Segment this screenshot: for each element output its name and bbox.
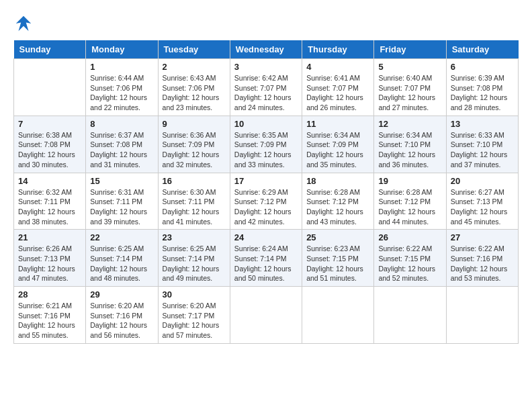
day-number: 10 [234, 119, 298, 129]
day-number: 24 [234, 232, 298, 242]
day-number: 20 [451, 176, 514, 186]
day-number: 14 [18, 176, 81, 186]
calendar-cell: 9Sunrise: 6:36 AMSunset: 7:09 PMDaylight… [158, 116, 230, 173]
calendar-cell: 22Sunrise: 6:25 AMSunset: 7:14 PMDayligh… [86, 230, 158, 287]
weekday-header: Friday [374, 40, 446, 59]
calendar-week-row: 14Sunrise: 6:32 AMSunset: 7:11 PMDayligh… [14, 173, 519, 230]
weekday-header: Sunday [14, 40, 86, 59]
cell-info: Sunrise: 6:38 AMSunset: 7:08 PMDaylight:… [18, 130, 81, 170]
day-number: 19 [378, 176, 441, 186]
weekday-header: Wednesday [230, 40, 302, 59]
cell-info: Sunrise: 6:34 AMSunset: 7:10 PMDaylight:… [378, 130, 441, 170]
cell-info: Sunrise: 6:22 AMSunset: 7:16 PMDaylight:… [451, 244, 514, 283]
calendar-cell [446, 287, 518, 344]
day-number: 2 [163, 62, 226, 72]
cell-info: Sunrise: 6:41 AMSunset: 7:07 PMDaylight:… [306, 73, 369, 113]
day-number: 9 [163, 119, 226, 129]
calendar-cell: 6Sunrise: 6:39 AMSunset: 7:08 PMDaylight… [446, 59, 518, 116]
cell-info: Sunrise: 6:27 AMSunset: 7:13 PMDaylight:… [451, 187, 514, 227]
cell-info: Sunrise: 6:44 AMSunset: 7:06 PMDaylight:… [90, 73, 153, 113]
weekday-header: Tuesday [158, 40, 230, 59]
cell-info: Sunrise: 6:28 AMSunset: 7:12 PMDaylight:… [378, 187, 441, 227]
calendar-cell: 17Sunrise: 6:29 AMSunset: 7:12 PMDayligh… [230, 173, 302, 230]
cell-info: Sunrise: 6:26 AMSunset: 7:13 PMDaylight:… [18, 244, 81, 283]
svg-marker-0 [16, 16, 32, 32]
page-header [13, 13, 519, 34]
calendar-cell: 13Sunrise: 6:33 AMSunset: 7:10 PMDayligh… [446, 116, 518, 173]
calendar-cell: 18Sunrise: 6:28 AMSunset: 7:12 PMDayligh… [302, 173, 374, 230]
calendar-cell: 21Sunrise: 6:26 AMSunset: 7:13 PMDayligh… [14, 230, 86, 287]
cell-info: Sunrise: 6:42 AMSunset: 7:07 PMDaylight:… [234, 73, 298, 113]
calendar-cell [14, 59, 86, 116]
calendar-cell: 11Sunrise: 6:34 AMSunset: 7:09 PMDayligh… [302, 116, 374, 173]
calendar-cell: 10Sunrise: 6:35 AMSunset: 7:09 PMDayligh… [230, 116, 302, 173]
calendar-cell: 23Sunrise: 6:25 AMSunset: 7:14 PMDayligh… [158, 230, 230, 287]
calendar-cell: 1Sunrise: 6:44 AMSunset: 7:06 PMDaylight… [86, 59, 158, 116]
day-number: 12 [378, 119, 441, 129]
day-number: 23 [163, 232, 226, 242]
day-number: 29 [90, 289, 153, 300]
weekday-header: Thursday [302, 40, 374, 59]
cell-info: Sunrise: 6:21 AMSunset: 7:16 PMDaylight:… [18, 301, 81, 340]
calendar-cell: 24Sunrise: 6:24 AMSunset: 7:14 PMDayligh… [230, 230, 302, 287]
day-number: 26 [378, 232, 441, 242]
day-number: 13 [451, 119, 514, 129]
cell-info: Sunrise: 6:30 AMSunset: 7:11 PMDaylight:… [163, 187, 226, 227]
day-number: 11 [306, 119, 369, 129]
day-number: 3 [234, 62, 298, 72]
day-number: 28 [18, 289, 81, 300]
calendar-cell: 8Sunrise: 6:37 AMSunset: 7:08 PMDaylight… [86, 116, 158, 173]
cell-info: Sunrise: 6:25 AMSunset: 7:14 PMDaylight:… [163, 244, 226, 283]
day-number: 15 [90, 176, 153, 186]
cell-info: Sunrise: 6:34 AMSunset: 7:09 PMDaylight:… [306, 130, 369, 170]
cell-info: Sunrise: 6:20 AMSunset: 7:17 PMDaylight:… [163, 301, 226, 340]
day-number: 25 [306, 232, 369, 242]
cell-info: Sunrise: 6:29 AMSunset: 7:12 PMDaylight:… [234, 187, 298, 227]
day-number: 6 [451, 62, 514, 72]
calendar-cell [230, 287, 302, 344]
calendar-cell: 28Sunrise: 6:21 AMSunset: 7:16 PMDayligh… [14, 287, 86, 344]
calendar-cell [302, 287, 374, 344]
day-number: 16 [163, 176, 226, 186]
day-number: 4 [306, 62, 369, 72]
cell-info: Sunrise: 6:32 AMSunset: 7:11 PMDaylight:… [18, 187, 81, 227]
calendar-cell: 25Sunrise: 6:23 AMSunset: 7:15 PMDayligh… [302, 230, 374, 287]
cell-info: Sunrise: 6:28 AMSunset: 7:12 PMDaylight:… [306, 187, 369, 227]
day-number: 8 [90, 119, 153, 129]
day-number: 27 [451, 232, 514, 242]
day-number: 30 [163, 289, 226, 300]
logo [13, 13, 36, 34]
cell-info: Sunrise: 6:22 AMSunset: 7:15 PMDaylight:… [378, 244, 441, 283]
calendar-cell: 3Sunrise: 6:42 AMSunset: 7:07 PMDaylight… [230, 59, 302, 116]
day-number: 18 [306, 176, 369, 186]
cell-info: Sunrise: 6:40 AMSunset: 7:07 PMDaylight:… [378, 73, 441, 113]
calendar-week-row: 1Sunrise: 6:44 AMSunset: 7:06 PMDaylight… [14, 59, 519, 116]
calendar-cell: 16Sunrise: 6:30 AMSunset: 7:11 PMDayligh… [158, 173, 230, 230]
calendar-cell: 20Sunrise: 6:27 AMSunset: 7:13 PMDayligh… [446, 173, 518, 230]
cell-info: Sunrise: 6:37 AMSunset: 7:08 PMDaylight:… [90, 130, 153, 170]
cell-info: Sunrise: 6:35 AMSunset: 7:09 PMDaylight:… [234, 130, 298, 170]
calendar-cell: 14Sunrise: 6:32 AMSunset: 7:11 PMDayligh… [14, 173, 86, 230]
cell-info: Sunrise: 6:43 AMSunset: 7:06 PMDaylight:… [163, 73, 226, 113]
calendar-cell: 30Sunrise: 6:20 AMSunset: 7:17 PMDayligh… [158, 287, 230, 344]
calendar-table: SundayMondayTuesdayWednesdayThursdayFrid… [13, 40, 519, 344]
cell-info: Sunrise: 6:31 AMSunset: 7:11 PMDaylight:… [90, 187, 153, 227]
cell-info: Sunrise: 6:23 AMSunset: 7:15 PMDaylight:… [306, 244, 369, 283]
day-number: 7 [18, 119, 81, 129]
calendar-cell: 5Sunrise: 6:40 AMSunset: 7:07 PMDaylight… [374, 59, 446, 116]
calendar-cell [374, 287, 446, 344]
calendar-week-row: 21Sunrise: 6:26 AMSunset: 7:13 PMDayligh… [14, 230, 519, 287]
calendar-cell: 2Sunrise: 6:43 AMSunset: 7:06 PMDaylight… [158, 59, 230, 116]
day-number: 17 [234, 176, 298, 186]
weekday-header: Saturday [446, 40, 518, 59]
cell-info: Sunrise: 6:24 AMSunset: 7:14 PMDaylight:… [234, 244, 298, 283]
calendar-cell: 27Sunrise: 6:22 AMSunset: 7:16 PMDayligh… [446, 230, 518, 287]
cell-info: Sunrise: 6:20 AMSunset: 7:16 PMDaylight:… [90, 301, 153, 340]
cell-info: Sunrise: 6:25 AMSunset: 7:14 PMDaylight:… [90, 244, 153, 283]
weekday-header: Monday [86, 40, 158, 59]
day-number: 1 [90, 62, 153, 72]
day-number: 22 [90, 232, 153, 242]
calendar-cell: 26Sunrise: 6:22 AMSunset: 7:15 PMDayligh… [374, 230, 446, 287]
day-number: 21 [18, 232, 81, 242]
cell-info: Sunrise: 6:33 AMSunset: 7:10 PMDaylight:… [451, 130, 514, 170]
